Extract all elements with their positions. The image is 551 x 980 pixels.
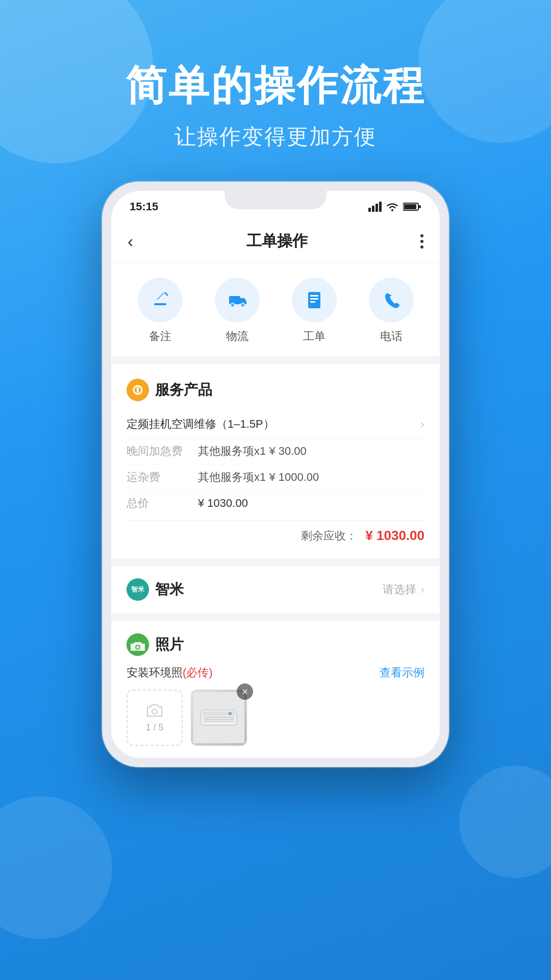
phone-mockup-wrapper: 15:15 bbox=[0, 182, 551, 767]
action-logistics[interactable]: 物流 bbox=[215, 278, 260, 344]
remaining-row: 剩余应收： ¥ 1030.00 bbox=[127, 520, 424, 544]
more-button[interactable] bbox=[420, 234, 423, 249]
svg-rect-9 bbox=[229, 296, 240, 304]
phone-icon bbox=[380, 289, 403, 311]
zhimi-card[interactable]: 智米 智米 请选择 › bbox=[111, 566, 440, 613]
svg-point-28 bbox=[229, 712, 232, 715]
service-main-item[interactable]: 定频挂机空调维修（1–1.5P） › bbox=[127, 410, 424, 438]
status-bar: 15:15 bbox=[111, 191, 440, 218]
wifi-icon bbox=[386, 202, 399, 212]
photo-example-link[interactable]: 查看示例 bbox=[380, 665, 424, 680]
service-icon bbox=[127, 379, 149, 401]
truck-icon-circle bbox=[215, 278, 260, 323]
svg-rect-25 bbox=[204, 717, 234, 718]
camera-icon bbox=[127, 633, 149, 656]
photo-icon bbox=[127, 633, 149, 656]
svg-rect-26 bbox=[204, 719, 234, 720]
zhimi-select-label: 请选择 bbox=[383, 582, 416, 597]
header-section: 简单的操作流程 让操作变得更加方便 bbox=[0, 0, 551, 182]
fee-label-0: 晚间加急费 bbox=[127, 444, 198, 459]
notch bbox=[224, 191, 327, 209]
camera-small-icon bbox=[145, 703, 164, 718]
action-phone[interactable]: 电话 bbox=[369, 278, 414, 344]
photo-sub-row: 安装环境照(必传) 查看示例 bbox=[127, 665, 424, 680]
svg-rect-8 bbox=[154, 303, 166, 305]
photo-required: (必传) bbox=[183, 666, 213, 679]
zhimi-left: 智米 智米 bbox=[127, 578, 184, 601]
remaining-amount: ¥ 1030.00 bbox=[365, 528, 424, 544]
page-title: 简单的操作流程 bbox=[0, 61, 551, 110]
page-subtitle: 让操作变得更加方便 bbox=[0, 122, 551, 151]
logistics-label: 物流 bbox=[226, 329, 248, 344]
wrench-icon bbox=[131, 383, 145, 397]
photo-card: 照片 安装环境照(必传) 查看示例 1 / 5 bbox=[111, 621, 440, 758]
svg-rect-0 bbox=[368, 208, 371, 212]
svg-point-4 bbox=[391, 209, 393, 211]
dot2 bbox=[420, 240, 423, 243]
svg-rect-6 bbox=[404, 204, 416, 209]
zhimi-arrow-icon: › bbox=[420, 582, 424, 597]
zhimi-right: 请选择 › bbox=[383, 582, 424, 597]
phone-screen: 15:15 bbox=[111, 191, 440, 758]
note-label: 备注 bbox=[149, 329, 171, 344]
battery-icon bbox=[403, 202, 421, 212]
svg-rect-15 bbox=[310, 301, 315, 303]
ac-illustration bbox=[193, 692, 244, 743]
order-icon-circle bbox=[292, 278, 337, 323]
phone-icon-circle bbox=[369, 278, 414, 323]
fee-label-1: 运杂费 bbox=[127, 470, 198, 485]
status-icons bbox=[368, 202, 421, 212]
back-button[interactable]: ‹ bbox=[128, 231, 133, 251]
bg-decoration-3 bbox=[0, 796, 112, 939]
photo-thumb-img-0 bbox=[191, 690, 247, 746]
app-title: 工单操作 bbox=[246, 231, 308, 252]
signal-icon bbox=[368, 202, 382, 212]
svg-point-21 bbox=[152, 709, 157, 714]
remaining-label: 剩余应收： bbox=[301, 528, 357, 544]
fee-detail-text-1: 其他服务项x1 bbox=[198, 471, 266, 483]
photo-title: 照片 bbox=[155, 635, 184, 654]
order-icon bbox=[303, 289, 325, 311]
service-arrow-icon: › bbox=[420, 417, 424, 431]
svg-rect-13 bbox=[310, 295, 318, 297]
photo-remove-button[interactable]: × bbox=[237, 683, 253, 700]
quick-actions: 备注 物流 bbox=[111, 262, 440, 356]
fee-detail-text-0: 其他服务项x1 bbox=[198, 445, 266, 457]
note-icon-circle bbox=[138, 278, 183, 323]
total-row: 总价 ¥ 1030.00 bbox=[127, 491, 424, 516]
service-item-name: 定频挂机空调维修（1–1.5P） bbox=[127, 416, 274, 432]
svg-rect-12 bbox=[308, 292, 320, 308]
svg-point-11 bbox=[241, 303, 245, 307]
svg-point-10 bbox=[231, 303, 235, 307]
note-icon bbox=[149, 289, 171, 311]
fee-amount-0: ¥ 30.00 bbox=[269, 445, 306, 457]
truck-icon bbox=[226, 289, 248, 311]
dot3 bbox=[420, 246, 423, 249]
svg-point-20 bbox=[136, 646, 139, 649]
photo-thumbnails: 1 / 5 bbox=[127, 690, 424, 746]
photo-sub-text: 安装环境照 bbox=[127, 666, 183, 679]
svg-rect-17 bbox=[137, 387, 139, 393]
dot1 bbox=[420, 234, 423, 237]
phone-label: 电话 bbox=[380, 329, 403, 344]
fee-detail-1: 其他服务项x1 ¥ 1000.00 bbox=[198, 470, 319, 485]
app-header: ‹ 工单操作 bbox=[111, 218, 440, 262]
service-card: 服务产品 定频挂机空调维修（1–1.5P） › 晚间加急费 其他服务项x1 ¥ … bbox=[111, 364, 440, 558]
service-card-title: 服务产品 bbox=[155, 380, 212, 400]
action-order[interactable]: 工单 bbox=[292, 278, 337, 344]
zhimi-icon: 智米 bbox=[127, 578, 149, 601]
svg-rect-7 bbox=[419, 205, 421, 208]
svg-rect-14 bbox=[310, 298, 318, 300]
svg-rect-3 bbox=[379, 202, 382, 212]
fee-detail-0: 其他服务项x1 ¥ 30.00 bbox=[198, 444, 307, 459]
total-amount: ¥ 1030.00 bbox=[198, 497, 248, 510]
order-label: 工单 bbox=[303, 329, 325, 344]
svg-rect-2 bbox=[375, 204, 378, 212]
photo-card-header: 照片 bbox=[127, 633, 424, 656]
total-label: 总价 bbox=[127, 496, 198, 511]
action-note[interactable]: 备注 bbox=[138, 278, 183, 344]
photo-upload-button[interactable]: 1 / 5 bbox=[127, 690, 183, 746]
svg-rect-27 bbox=[204, 721, 234, 722]
svg-rect-1 bbox=[372, 206, 374, 212]
photo-thumbnail-0: × bbox=[191, 690, 247, 746]
